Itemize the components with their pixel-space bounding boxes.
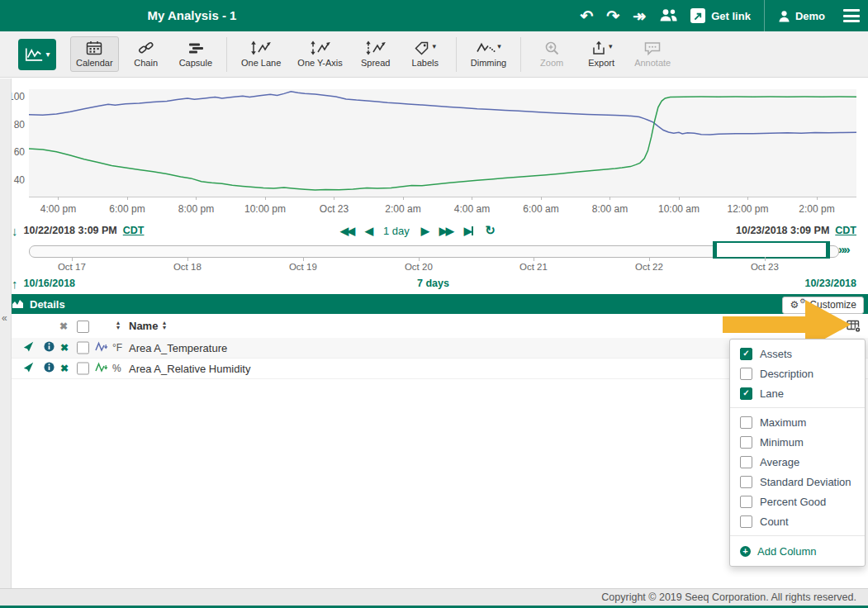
refresh-icon[interactable]: ↻ — [485, 223, 496, 238]
send-item-icon[interactable] — [23, 361, 34, 376]
signal-icon — [95, 340, 108, 355]
x-tick-mark — [747, 197, 748, 200]
column-option-average[interactable]: Average — [730, 452, 865, 472]
timeline-day-label: Oct 18 — [173, 262, 202, 272]
trend-icon — [24, 46, 44, 63]
timeline-tick-mark — [187, 257, 188, 261]
customize-button[interactable]: ⚙⚙ Customize — [782, 297, 864, 314]
item-checkbox[interactable] — [77, 342, 89, 354]
investigate-end[interactable]: 10/23/2018 — [804, 273, 856, 293]
checkbox-icon[interactable] — [740, 515, 752, 528]
column-option-description[interactable]: Description — [730, 363, 865, 383]
undo-icon[interactable]: ↶ — [580, 8, 593, 24]
checkbox-icon[interactable]: ✓ — [740, 348, 752, 360]
sort-icon[interactable]: ▴▾ — [163, 321, 166, 330]
item-info-icon[interactable] — [44, 361, 55, 376]
option-label: Maximum — [760, 416, 806, 429]
header-actions: ↶ ↷ ↠ Get link Demo — [580, 0, 860, 31]
x-tick-mark — [609, 197, 610, 200]
redo-icon[interactable]: ↷ — [606, 8, 619, 24]
column-option-lane[interactable]: ✓Lane — [730, 383, 865, 403]
one-lane-button[interactable]: One Lane — [235, 36, 287, 72]
investigate-duration[interactable]: 7 days — [29, 273, 837, 293]
item-name[interactable]: Area A_Relative Humidity — [129, 363, 250, 375]
move-start-icon[interactable]: ↓ — [12, 224, 18, 238]
checkbox-icon[interactable] — [740, 456, 752, 468]
timeline-day-label: Oct 17 — [58, 262, 86, 272]
customize-label: Customize — [809, 299, 856, 311]
chain-icon — [138, 40, 154, 55]
move-up-icon[interactable]: ↑ — [12, 277, 18, 291]
send-item-icon[interactable] — [23, 340, 34, 355]
duration-button[interactable]: 1 day — [383, 225, 410, 237]
item-checkbox[interactable] — [77, 363, 89, 375]
x-tick-mark — [58, 197, 59, 200]
redo-all-icon[interactable]: ↠ — [633, 8, 646, 24]
capsule-button[interactable]: Capsule — [173, 36, 218, 72]
one-y-axis-icon — [310, 40, 331, 55]
one-y-axis-button[interactable]: One Y-Axis — [292, 36, 348, 72]
x-tick-mark — [334, 197, 334, 200]
chevron-down-icon: ▾ — [45, 50, 50, 59]
column-option-minimum[interactable]: Minimum — [730, 432, 865, 452]
chain-button[interactable]: Chain — [124, 36, 168, 72]
copyright-text: Copyright © 2019 Seeq Corporation. All r… — [601, 591, 856, 603]
header-divider — [764, 0, 765, 31]
hamburger-menu-icon[interactable] — [843, 9, 860, 22]
column-option-assets[interactable]: ✓Assets — [730, 344, 865, 363]
timezone-link[interactable]: CDT — [835, 225, 856, 236]
column-option-percent-good[interactable]: Percent Good — [730, 492, 865, 511]
chart-plot-area[interactable] — [29, 89, 856, 197]
range-end[interactable]: 10/23/2018 3:09 PM — [736, 225, 829, 236]
calendar-button[interactable]: Calendar — [70, 36, 119, 72]
checkbox-icon[interactable] — [740, 416, 752, 429]
option-label: Standard Deviation — [760, 476, 851, 488]
column-config-icon[interactable] — [847, 320, 861, 336]
auto-update-icon[interactable]: »» — [838, 242, 849, 256]
export-button[interactable]: ▾ Export — [579, 36, 624, 72]
collapse-panel-strip[interactable]: « — [0, 78, 12, 588]
remove-all-icon[interactable]: ✖ — [59, 321, 68, 332]
x-tick-mark — [679, 197, 680, 200]
gear-icon: ⚙ — [790, 300, 799, 310]
checkbox-icon[interactable] — [740, 496, 752, 508]
labels-button[interactable]: ▾ Labels — [403, 36, 448, 72]
spread-button[interactable]: Spread — [353, 36, 398, 72]
x-tick-label: Oct 23 — [320, 203, 349, 215]
column-option-maximum[interactable]: Maximum — [730, 412, 865, 432]
timeline-selection-window[interactable] — [713, 241, 830, 259]
details-title: Details — [30, 298, 65, 311]
timezone-link[interactable]: CDT — [123, 225, 145, 236]
step-forward-button[interactable]: ▶ — [421, 225, 428, 237]
step-back-many-button[interactable]: ◀◀ — [340, 225, 353, 237]
checkbox-icon[interactable] — [740, 436, 752, 449]
column-option-count[interactable]: Count — [730, 511, 865, 531]
step-to-end-button[interactable]: ▶ — [464, 225, 474, 237]
timeline-tick-mark — [765, 257, 766, 261]
timeline-tick-mark — [72, 257, 73, 261]
user-menu[interactable]: Demo — [778, 10, 825, 22]
checkbox-icon[interactable]: ✓ — [740, 387, 752, 400]
x-tick-label: 6:00 pm — [109, 203, 145, 215]
name-column-header[interactable]: Name — [129, 320, 158, 332]
column-option-standard-deviation[interactable]: Standard Deviation — [730, 472, 865, 492]
item-name[interactable]: Area A_Temperature — [129, 342, 227, 354]
step-back-button[interactable]: ◀ — [365, 225, 372, 237]
series-line — [29, 97, 856, 190]
checkbox-icon[interactable] — [740, 368, 752, 380]
step-forward-many-button[interactable]: ▶▶ — [439, 225, 453, 237]
select-all-checkbox[interactable] — [77, 321, 89, 333]
top-header: My Analysis - 1 ↶ ↷ ↠ Get link Demo — [0, 0, 868, 31]
add-column-button[interactable]: + Add Column — [730, 540, 865, 562]
dimming-button[interactable]: ▾ Dimming — [465, 36, 512, 72]
item-info-icon[interactable] — [44, 340, 55, 355]
trend-view-button[interactable]: ▾ — [18, 39, 56, 70]
get-link-button[interactable]: Get link — [690, 8, 751, 23]
share-icon — [690, 8, 705, 23]
users-icon[interactable] — [659, 8, 677, 24]
remove-item-icon[interactable]: ✖ — [60, 363, 69, 374]
sort-icon[interactable]: ▴▾ — [116, 321, 120, 330]
range-start[interactable]: 10/22/2018 3:09 PM — [24, 225, 117, 236]
remove-item-icon[interactable]: ✖ — [60, 342, 69, 354]
checkbox-icon[interactable] — [740, 476, 752, 488]
